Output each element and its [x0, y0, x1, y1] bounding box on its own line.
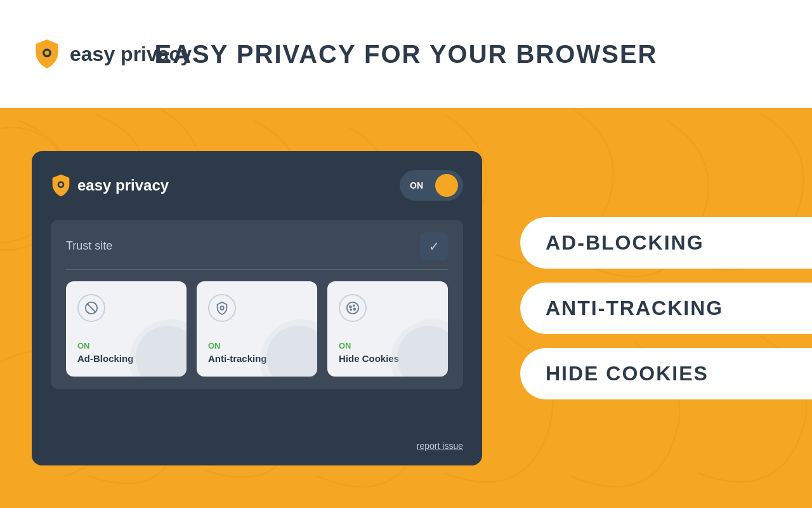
svg-point-10: [353, 308, 355, 310]
trust-site-row: Trust site ✓: [66, 232, 448, 260]
card-header: easy privacy ON: [51, 170, 463, 201]
feature-cards-row: ON Ad-Blocking ON Anti-tracking: [66, 281, 448, 377]
ad-blocking-icon: [77, 294, 105, 322]
report-issue-row: report issue: [417, 440, 463, 451]
bg-circle-2: [129, 319, 187, 377]
svg-line-5: [88, 304, 96, 312]
bg-circle-4: [260, 319, 317, 377]
main-toggle[interactable]: ON: [400, 170, 463, 201]
features-right: AD-BLOCKING ANTI-TRACKING HIDE COOKIES: [482, 217, 780, 399]
trust-site-button[interactable]: ✓: [420, 232, 448, 260]
svg-point-11: [350, 309, 351, 310]
shield-icon: [32, 39, 62, 69]
svg-point-9: [353, 305, 355, 306]
header-bar: easy privacy EASY PRIVACY FOR YOUR BROWS…: [0, 0, 812, 108]
hide-cookies-pill: HIDE COOKIES: [520, 348, 812, 399]
svg-point-7: [347, 302, 358, 313]
svg-point-3: [59, 183, 62, 186]
ad-blocking-pill: AD-BLOCKING: [520, 217, 812, 269]
divider: [66, 269, 448, 270]
report-issue-link[interactable]: report issue: [417, 441, 463, 451]
ad-blocking-card: ON Ad-Blocking: [66, 281, 187, 377]
browser-card: easy privacy ON Trust site ✓: [32, 151, 482, 465]
trust-site-box: Trust site ✓ ON Ad-Blocking: [51, 220, 463, 389]
trust-site-label: Trust site: [66, 239, 112, 253]
svg-point-6: [220, 306, 224, 310]
toggle-knob: [435, 174, 458, 197]
hide-cookies-icon: [339, 294, 367, 322]
card-logo-text: easy privacy: [77, 177, 169, 194]
card-shield-icon: [51, 173, 71, 197]
card-logo-area: easy privacy: [51, 173, 169, 197]
hide-cookies-card: ON Hide Cookies: [327, 281, 448, 377]
header-title: EASY PRIVACY FOR YOUR BROWSER: [155, 40, 658, 69]
anti-tracking-icon: [208, 294, 236, 322]
svg-point-8: [350, 305, 351, 307]
main-section: easy privacy ON Trust site ✓: [0, 108, 812, 508]
bg-circle-6: [391, 319, 448, 377]
svg-point-1: [45, 51, 49, 55]
anti-tracking-card: ON Anti-tracking: [197, 281, 317, 377]
toggle-label: ON: [405, 180, 423, 190]
anti-tracking-pill: ANTI-TRACKING: [520, 283, 812, 334]
